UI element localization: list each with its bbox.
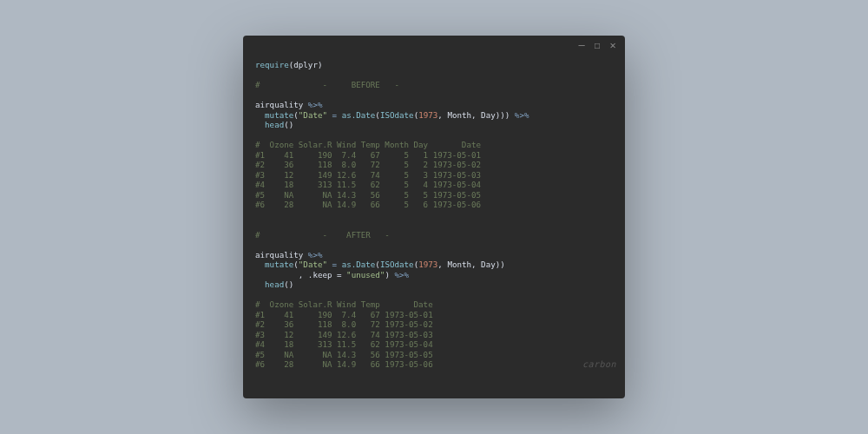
code-token: ) — [385, 270, 394, 279]
code-token: ISOdate — [380, 260, 414, 269]
code-token: airquality — [255, 100, 308, 109]
output-row: #1 41 190 7.4 67 5 1 1973-05-01 — [255, 150, 481, 160]
code-token: , Month, Day))) — [437, 110, 515, 120]
code-token: () — [284, 279, 293, 289]
code-token: mutate — [255, 260, 293, 269]
code-token: as.Date — [342, 260, 376, 269]
code-token: %>% — [308, 100, 323, 109]
output-row: #5 NA NA 14.3 56 5 5 1973-05-05 — [255, 190, 481, 200]
code-token: 1973 — [418, 260, 437, 269]
maximize-icon[interactable]: ☐ — [592, 40, 602, 50]
output-row: # Ozone Solar.R Wind Temp Date — [255, 299, 433, 309]
code-token: as.Date — [342, 110, 376, 120]
code-token: , .keep = — [255, 270, 346, 279]
code-token: = — [327, 110, 342, 120]
code-token: head — [255, 120, 284, 129]
code-token: %>% — [515, 110, 529, 120]
code-token: () — [284, 120, 293, 129]
output-row: # Ozone Solar.R Wind Temp Month Day Date — [255, 140, 481, 149]
code-token: mutate — [255, 110, 293, 120]
output-row: #4 18 313 11.5 62 5 4 1973-05-04 — [255, 180, 481, 189]
minimize-icon[interactable]: — — [576, 40, 587, 50]
code-token: "Date" — [299, 260, 327, 269]
code-token: head — [255, 279, 284, 289]
output-row: #2 36 118 8.0 72 5 2 1973-05-02 — [255, 160, 481, 169]
code-token: 1973 — [418, 110, 437, 120]
output-row: #1 41 190 7.4 67 1973-05-01 — [255, 310, 433, 319]
code-token: "Date" — [299, 110, 327, 120]
output-row: #5 NA NA 14.3 56 1973-05-05 — [255, 350, 433, 359]
code-token: %>% — [308, 250, 323, 260]
output-row: #3 12 149 12.6 74 5 3 1973-05-03 — [255, 170, 481, 180]
output-row: #3 12 149 12.6 74 1973-05-03 — [255, 330, 433, 339]
code-comment: # - AFTER - — [255, 230, 390, 240]
output-row: #6 28 NA 14.9 66 1973-05-06 — [255, 359, 433, 369]
code-token: (dplyr) — [289, 60, 323, 69]
carbon-watermark: carbon — [549, 352, 616, 395]
output-row: #4 18 313 11.5 62 1973-05-04 — [255, 339, 433, 349]
code-token: "unused" — [346, 270, 385, 279]
code-token: , Month, Day)) — [437, 260, 504, 269]
window-titlebar: — ☐ ✕ — [243, 36, 625, 55]
code-content: require(dplyr) # - BEFORE - airquality %… — [243, 55, 625, 398]
watermark-text: carbon — [582, 359, 616, 369]
code-window: — ☐ ✕ require(dplyr) # - BEFORE - airqua… — [243, 36, 625, 398]
code-token: %>% — [394, 270, 409, 279]
code-token: airquality — [255, 250, 308, 260]
code-token: require — [255, 60, 289, 69]
code-token: = — [327, 260, 342, 269]
close-icon[interactable]: ✕ — [608, 40, 618, 50]
code-comment: # - BEFORE - — [255, 80, 399, 89]
code-token: ISOdate — [380, 110, 414, 120]
output-row: #2 36 118 8.0 72 1973-05-02 — [255, 319, 433, 329]
output-row: #6 28 NA 14.9 66 5 6 1973-05-06 — [255, 200, 481, 209]
